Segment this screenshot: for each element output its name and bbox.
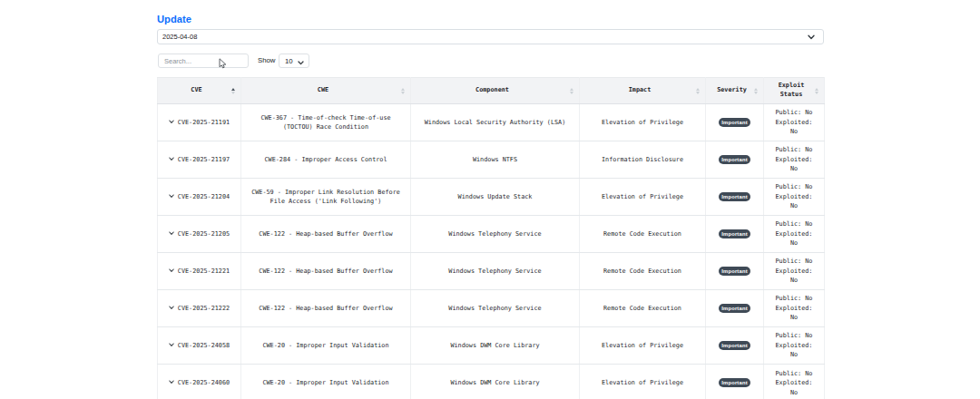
date-select-value: 2025-04-08	[162, 33, 197, 41]
column-header-label: CWE	[318, 86, 328, 93]
column-header-severity[interactable]: Severity	[706, 78, 764, 104]
table-header: CVECWEComponentImpactSeverityExploit Sta…	[158, 78, 825, 104]
component-cell: Windows DWM Core Library	[411, 365, 580, 399]
impact-cell: Remote Code Execution	[580, 216, 706, 253]
search-input[interactable]	[158, 54, 249, 68]
severity-cell: Important	[706, 104, 764, 141]
cve-id: CVE-2025-21197	[178, 155, 230, 165]
severity-badge: Important	[719, 229, 750, 238]
impact-cell: Information Disclosure	[580, 141, 706, 179]
page-title: Update	[157, 15, 191, 24]
cve-id: CVE-2025-21205	[178, 229, 230, 239]
row-expand-chevron-icon[interactable]	[169, 192, 174, 202]
impact-cell: Remote Code Execution	[580, 290, 706, 327]
column-header-component[interactable]: Component	[411, 78, 580, 104]
column-header-exploit[interactable]: Exploit Status	[764, 78, 825, 104]
row-expand-chevron-icon[interactable]	[169, 155, 174, 165]
date-select[interactable]: 2025-04-08	[157, 29, 824, 44]
severity-badge: Important	[719, 118, 750, 127]
exploit-status-cell: Public: No Exploited: No	[764, 216, 825, 253]
cwe-cell: CWE-20 - Improper Input Validation	[241, 327, 411, 365]
table-row: CVE-2025-24060CWE-20 - Improper Input Va…	[158, 365, 825, 399]
component-cell: Windows Telephony Service	[411, 253, 580, 290]
component-cell: Windows Telephony Service	[411, 216, 580, 253]
impact-cell: Elevation of Privilege	[580, 365, 706, 399]
column-header-cwe[interactable]: CWE	[241, 78, 411, 104]
component-cell: Windows DWM Core Library	[411, 327, 580, 365]
impact-cell: Remote Code Execution	[580, 253, 706, 290]
column-header-label: Severity	[717, 86, 747, 93]
exploit-status-cell: Public: No Exploited: No	[764, 253, 825, 290]
cve-table: CVECWEComponentImpactSeverityExploit Sta…	[157, 77, 825, 399]
exploit-status-cell: Public: No Exploited: No	[764, 104, 825, 141]
severity-cell: Important	[706, 253, 764, 290]
sort-icon	[815, 88, 819, 94]
cve-id: CVE-2025-21204	[178, 192, 230, 202]
exploit-status-cell: Public: No Exploited: No	[764, 141, 825, 179]
row-expand-chevron-icon[interactable]	[169, 304, 174, 314]
mouse-cursor-icon	[219, 56, 228, 73]
chevron-down-icon	[808, 34, 815, 42]
severity-cell: Important	[706, 179, 764, 216]
exploit-status-cell: Public: No Exploited: No	[764, 179, 825, 216]
severity-cell: Important	[706, 290, 764, 327]
severity-badge: Important	[719, 378, 750, 387]
severity-cell: Important	[706, 327, 764, 365]
sort-icon	[401, 88, 406, 94]
cwe-cell: CWE-20 - Improper Input Validation	[241, 365, 411, 399]
severity-badge: Important	[719, 304, 750, 313]
cwe-cell: CWE-122 - Heap-based Buffer Overflow	[241, 216, 411, 253]
exploit-status-cell: Public: No Exploited: No	[764, 365, 825, 399]
severity-cell: Important	[706, 141, 764, 179]
cve-cell[interactable]: CVE-2025-21191	[158, 104, 241, 141]
exploit-status-cell: Public: No Exploited: No	[764, 290, 825, 327]
row-expand-chevron-icon[interactable]	[169, 229, 174, 239]
table-controls: Show 10	[157, 54, 824, 68]
row-expand-chevron-icon[interactable]	[169, 341, 174, 351]
cve-id: CVE-2025-21222	[178, 304, 230, 314]
cve-id: CVE-2025-21191	[178, 118, 230, 128]
sort-icon	[696, 88, 701, 94]
table-row: CVE-2025-24058CWE-20 - Improper Input Va…	[158, 327, 825, 365]
table-row: CVE-2025-21221CWE-122 - Heap-based Buffe…	[158, 253, 825, 290]
column-header-cve[interactable]: CVE	[158, 78, 241, 104]
cve-cell[interactable]: CVE-2025-24058	[158, 327, 241, 365]
cve-id: CVE-2025-24058	[178, 341, 230, 351]
row-expand-chevron-icon[interactable]	[169, 378, 174, 388]
impact-cell: Elevation of Privilege	[580, 327, 706, 365]
cwe-cell: CWE-284 - Improper Access Control	[241, 141, 411, 179]
table-row: CVE-2025-21205CWE-122 - Heap-based Buffe…	[158, 216, 825, 253]
sort-icon	[231, 88, 236, 94]
cwe-cell: CWE-122 - Heap-based Buffer Overflow	[241, 253, 411, 290]
severity-badge: Important	[719, 155, 750, 164]
row-expand-chevron-icon[interactable]	[169, 118, 174, 128]
cve-cell[interactable]: CVE-2025-21204	[158, 179, 241, 216]
severity-cell: Important	[706, 216, 764, 253]
component-cell: Windows Telephony Service	[411, 290, 580, 327]
chevron-down-icon	[298, 59, 304, 67]
sort-icon	[754, 88, 759, 94]
component-cell: Windows Update Stack	[411, 179, 580, 216]
page-size-select[interactable]: 10	[279, 54, 309, 68]
cve-cell[interactable]: CVE-2025-21197	[158, 141, 241, 179]
column-header-label: Impact	[629, 86, 652, 93]
sort-icon	[570, 88, 574, 94]
row-expand-chevron-icon[interactable]	[169, 267, 174, 277]
page-size-value: 10	[285, 57, 293, 65]
cve-id: CVE-2025-21221	[178, 267, 230, 277]
table-row: CVE-2025-21222CWE-122 - Heap-based Buffe…	[158, 290, 825, 327]
cve-cell[interactable]: CVE-2025-21205	[158, 216, 241, 253]
show-label: Show	[258, 54, 276, 68]
cwe-cell: CWE-122 - Heap-based Buffer Overflow	[241, 290, 411, 327]
cve-id: CVE-2025-24060	[178, 378, 230, 388]
column-header-label: CVE	[191, 86, 201, 93]
cve-cell[interactable]: CVE-2025-21222	[158, 290, 241, 327]
cve-cell[interactable]: CVE-2025-21221	[158, 253, 241, 290]
cwe-cell: CWE-367 - Time-of-check Time-of-use (TOC…	[241, 104, 411, 141]
exploit-status-cell: Public: No Exploited: No	[764, 327, 825, 365]
component-cell: Windows NTFS	[411, 141, 580, 179]
column-header-label: Component	[475, 86, 509, 93]
cve-cell[interactable]: CVE-2025-24060	[158, 365, 241, 399]
table-row: CVE-2025-21204CWE-59 - Improper Link Res…	[158, 179, 825, 216]
column-header-impact[interactable]: Impact	[580, 78, 706, 104]
